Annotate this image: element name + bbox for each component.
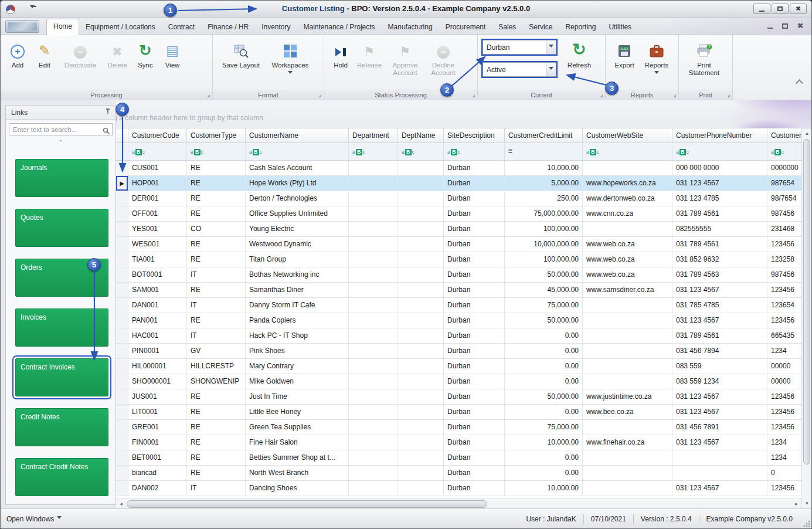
vertical-scrollbar[interactable]: ▲ ▼ <box>801 128 811 508</box>
tab-finance-hr[interactable]: Finance / HR <box>201 20 255 35</box>
filter-customerwebsite[interactable]: aBc <box>583 143 672 160</box>
table-row[interactable]: YES001COYoung ElectricDurban100,000.0008… <box>116 222 801 237</box>
ribbon-collapse-icon[interactable] <box>796 79 803 87</box>
table-row[interactable]: HAC001ITHack PC - IT ShopDurban0.00031 7… <box>116 328 801 344</box>
panel-collapse-dash[interactable]: - <box>6 137 115 146</box>
table-row[interactable]: SHO000001SHONGWENIPMike GoldwenDurban0.0… <box>116 374 801 389</box>
print-statement-button[interactable]: ? Print Statement <box>682 36 726 88</box>
table-row[interactable]: LIT0001RELittle Bee HoneyDurban0.00www.b… <box>116 405 801 420</box>
deactivate-button[interactable]: − Deactivate <box>58 36 103 88</box>
reports-button[interactable]: Reports <box>640 36 674 88</box>
column-header-customername[interactable]: CustomerName <box>246 128 349 143</box>
column-header-customerphonenumber[interactable]: CustomerPhoneNumber <box>672 128 767 143</box>
tab-service[interactable]: Service <box>522 20 559 35</box>
site-filter-combobox[interactable]: Durban <box>483 40 556 55</box>
add-button[interactable]: + Add <box>4 36 31 88</box>
filter-sitedescription[interactable]: aBc <box>444 143 505 160</box>
link-orders[interactable]: Orders <box>15 259 108 297</box>
table-row[interactable]: DER001REDerton / TechnologiesDurban250.0… <box>116 191 801 206</box>
table-row[interactable]: BOT0001ITBothas Networking incDurban50,0… <box>116 267 801 283</box>
refresh-button[interactable]: ↻ Refresh <box>562 36 596 88</box>
application-button[interactable] <box>5 20 39 33</box>
status-filter-combobox[interactable]: Active <box>483 62 556 77</box>
horizontal-scrollbar[interactable]: ◄ ► <box>116 499 801 508</box>
export-button[interactable]: XLSX Export <box>609 36 640 88</box>
column-header-sitedescription[interactable]: SiteDescription <box>444 128 505 143</box>
tab-sales[interactable]: Sales <box>492 20 522 35</box>
link-contract-credit-notes[interactable]: Contract Credit Notes <box>15 458 108 496</box>
delete-button[interactable]: ✖ Delete <box>103 36 132 88</box>
filter-customercreditlimit[interactable]: = <box>505 143 583 160</box>
mdi-close-icon[interactable]: ✖ <box>797 22 803 29</box>
resize-grip[interactable] <box>803 520 810 527</box>
workspaces-button[interactable]: Workspaces <box>266 36 315 88</box>
maximize-button[interactable] <box>772 4 789 14</box>
table-row[interactable]: ▶HOP001REHope Works (Pty) LtdDurban5,000… <box>116 176 801 191</box>
edit-button[interactable]: ✎ Edit <box>31 36 58 88</box>
filter-customerphonenumber[interactable]: aBc <box>672 143 767 160</box>
tab-maintenance-projects[interactable]: Maintenance / Projects <box>297 20 382 35</box>
column-header-customercode[interactable]: CustomerCode <box>128 128 187 143</box>
table-row[interactable]: PIN0001GVPink ShoesDurban0.00031 456 789… <box>116 344 801 359</box>
link-quotes[interactable]: Quotes <box>15 209 108 247</box>
filter-customertype[interactable]: aBc <box>187 143 246 160</box>
link-journals[interactable]: Journals <box>15 159 108 197</box>
column-header-deptname[interactable]: DeptName <box>398 128 444 143</box>
mdi-restore-icon[interactable] <box>782 23 788 29</box>
table-row[interactable]: DAN001ITDanny Storm IT CafeDurban75,000.… <box>116 298 801 313</box>
table-row[interactable]: FIN0001REFine Hair SalonDurban10,000.00w… <box>116 435 801 450</box>
links-search-input[interactable] <box>9 123 113 135</box>
tab-utilities[interactable]: Utilities <box>602 20 638 35</box>
scroll-up-icon[interactable]: ▲ <box>802 128 811 138</box>
combo-dropdown-button[interactable] <box>546 63 556 76</box>
column-header-department[interactable]: Department <box>349 128 398 143</box>
release-button[interactable]: ⚑ Release <box>354 36 385 88</box>
decline-account-button[interactable]: − Decline Account <box>425 36 461 88</box>
tab-procurement[interactable]: Procurement <box>439 20 492 35</box>
pin-icon[interactable] <box>104 108 111 117</box>
filter-department[interactable]: aBc <box>349 143 398 160</box>
minimize-button[interactable] <box>753 4 770 14</box>
link-contract-invoices[interactable]: Contract Invoices <box>15 358 108 396</box>
filter-deptname[interactable]: aBc <box>398 143 444 160</box>
table-row[interactable]: OFF001REOffice Supplies UnlimitedDurban7… <box>116 206 801 222</box>
table-row[interactable]: TIA001RETitan GroupDurban100,000.00www.w… <box>116 252 801 267</box>
link-credit-notes[interactable]: Credit Notes <box>15 408 108 446</box>
column-header-customertype[interactable]: CustomerType <box>187 128 246 143</box>
tab-reporting[interactable]: Reporting <box>559 20 602 35</box>
column-header-customerwebsite[interactable]: CustomerWebSite <box>583 128 672 143</box>
hold-button[interactable]: Hold <box>328 36 354 88</box>
vertical-scroll-thumb[interactable] <box>803 139 810 464</box>
table-row[interactable]: BET0001REBetties Summer Shop at t...Durb… <box>116 450 801 466</box>
open-windows-button[interactable]: Open Windows <box>6 515 62 523</box>
tab-manufacturing[interactable]: Manufacturing <box>382 20 439 35</box>
table-row[interactable]: PAN001REPanda CopiersDurban50,000.00031 … <box>116 313 801 328</box>
filter-customercode[interactable]: aBc <box>128 143 187 160</box>
column-header-customercreditlimit[interactable]: CustomerCreditLimit <box>505 128 583 143</box>
tab-home[interactable]: Home <box>46 19 79 35</box>
link-invoices[interactable]: Invoices <box>15 308 108 347</box>
table-row[interactable]: HIL000001HILLCRESTPMary ContraryDurban0.… <box>116 359 801 374</box>
mdi-minimize-icon[interactable] <box>767 28 773 29</box>
horizontal-scroll-thumb[interactable] <box>127 500 487 508</box>
table-row[interactable]: DAN002ITDancing ShoesDurban10,000.00031 … <box>116 481 801 496</box>
table-row[interactable]: biancadRENorth West BranchDurban0.000 <box>116 466 801 481</box>
approve-account-button[interactable]: ⚑ Approve Account <box>385 36 425 88</box>
close-button[interactable]: ✖ <box>790 4 807 14</box>
view-button[interactable]: ▤ View <box>159 36 186 88</box>
tab-inventory[interactable]: Inventory <box>255 20 297 35</box>
table-row[interactable]: GRE001REGreen Tea SuppliesDurban75,000.0… <box>116 420 801 435</box>
column-header-customerva[interactable]: CustomerVA <box>767 128 801 143</box>
tab-contract[interactable]: Contract <box>162 20 201 35</box>
table-row[interactable]: WES001REWestwood DynamicDurban10,000,000… <box>116 237 801 252</box>
combo-dropdown-button[interactable] <box>546 40 556 54</box>
table-row[interactable]: SAM001RESamanthas DinerDurban45,000.00ww… <box>116 283 801 298</box>
group-by-panel[interactable]: Drag a column header here to group by th… <box>116 100 811 128</box>
save-layout-button[interactable]: Save Layout <box>216 36 266 88</box>
scroll-right-icon[interactable]: ► <box>791 499 801 509</box>
filter-customername[interactable]: aBc <box>246 143 349 160</box>
filter-customerva[interactable]: aBc <box>767 143 801 160</box>
table-row[interactable]: JUS001REJust In TimeDurban50,000.00www.j… <box>116 389 801 405</box>
table-row[interactable]: CUS001RECash Sales AccountDurban10,000.0… <box>116 161 801 176</box>
tab-equipment-locations[interactable]: Equipment / Locations <box>79 20 162 35</box>
